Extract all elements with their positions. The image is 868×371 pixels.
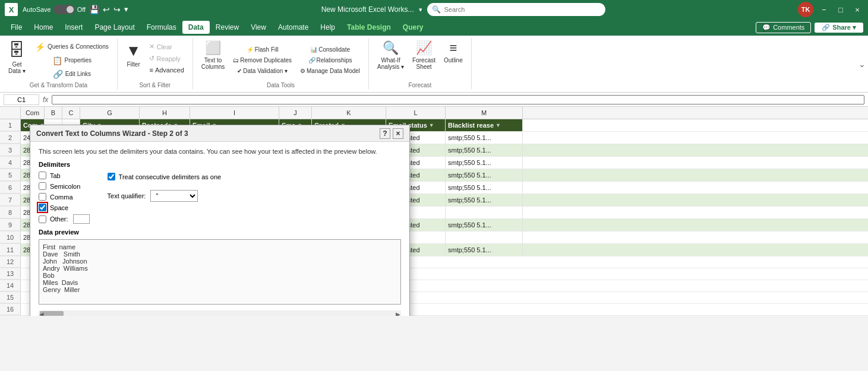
qualifier-select[interactable]: " ' {none} [150, 190, 198, 202]
cell-11-blacklist[interactable]: smtp;550 5.1... [446, 244, 523, 256]
delimiter-other-label: Other: [50, 215, 68, 223]
dialog-close-button[interactable]: × [393, 128, 403, 139]
cell-4-blacklist[interactable]: smtp;550 5.1... [446, 157, 523, 169]
menu-data[interactable]: Data [182, 21, 210, 34]
data-validation-button[interactable]: ✔ Data Validation ▾ [229, 66, 295, 75]
ribbon-group-get-data: 🗄 GetData ▾ ⚡ Queries & Connections 📋 Pr… [0, 38, 118, 90]
close-button[interactable]: × [851, 4, 863, 15]
delimiter-other-checkbox[interactable] [39, 215, 46, 223]
outline-button[interactable]: ≡ Outline [440, 38, 466, 83]
redo-icon[interactable]: ↪ [113, 5, 121, 14]
cell-10-blacklist[interactable] [446, 232, 523, 243]
delimiter-semicolon-label: Semicolon [50, 183, 80, 190]
expand-ribbon-icon: ⌄ [858, 59, 866, 69]
data-preview-area[interactable]: First name Dave Smith John Johnson Andry… [39, 239, 401, 305]
forecast-sheet-button[interactable]: 📈 ForecastSheet [409, 38, 439, 83]
reapply-button[interactable]: ↺ Reapply [146, 53, 187, 64]
delimiter-options: Treat consecutive delimiters as one Text… [108, 172, 222, 224]
data-preview-label: Data preview [39, 229, 401, 236]
delimiter-comma-row: Comma [39, 193, 90, 201]
menu-help[interactable]: Help [314, 21, 341, 34]
restore-button[interactable]: □ [835, 4, 847, 15]
delimiter-space-checkbox[interactable] [39, 204, 46, 211]
formula-input[interactable] [52, 95, 864, 104]
filter-button[interactable]: ▼ Filter [122, 39, 145, 84]
menu-home[interactable]: Home [28, 21, 59, 34]
manage-data-model-button[interactable]: ⚙ Manage Data Model [296, 66, 364, 75]
queries-connections-button[interactable]: ⚡ Queries & Connections [31, 41, 112, 53]
ribbon-group-sort-filter: ▼ Filter ✕ Clear ↺ Reapply ≡ Advanced So… [118, 38, 193, 90]
save-icon[interactable]: 💾 [89, 5, 99, 14]
cell-3-blacklist[interactable]: smtp;550 5.1... [446, 144, 523, 156]
cell-reference[interactable]: C1 [4, 94, 39, 105]
menu-formulas[interactable]: Formulas [141, 21, 182, 34]
row-num-11: 11 [0, 244, 21, 256]
autosave-area: AutoSave Off [23, 5, 86, 14]
advanced-icon: ≡ [149, 66, 153, 74]
row-num-2: 2 [0, 132, 21, 144]
delimiter-tab-checkbox[interactable] [39, 172, 46, 179]
advanced-button[interactable]: ≡ Advanced [146, 65, 187, 75]
manage-dm-icon: ⚙ [300, 68, 305, 74]
cell-9-blacklist[interactable]: smtp;550 5.1... [446, 219, 523, 231]
remove-duplicates-button[interactable]: 🗂 Remove Duplicates [229, 56, 295, 65]
clear-button[interactable]: ✕ Clear [146, 42, 187, 52]
cell-6-blacklist[interactable]: smtp;550 5.1... [446, 182, 523, 194]
properties-icon: 📋 [52, 56, 62, 65]
menu-table-design[interactable]: Table Design [341, 21, 397, 34]
autosave-toggle[interactable] [53, 5, 75, 14]
menu-insert[interactable]: Insert [59, 21, 89, 34]
edit-links-button[interactable]: 🔗 Edit Links [31, 68, 112, 80]
scroll-right-arrow[interactable]: ▶ [395, 310, 401, 316]
properties-button[interactable]: 📋 Properties [31, 55, 112, 66]
row-num-12: 12 [0, 256, 21, 268]
flash-fill-icon: ⚡ [247, 46, 254, 53]
cell-5-blacklist[interactable]: smtp;550 5.1... [446, 169, 523, 181]
undo-icon[interactable]: ↩ [103, 5, 110, 14]
preview-line-6: Miles Davis [43, 279, 397, 286]
menu-file[interactable]: File [5, 21, 28, 34]
delimiter-semicolon-checkbox[interactable] [39, 182, 46, 190]
row-num-13: 13 [0, 268, 21, 280]
delimiter-other-input[interactable] [73, 214, 90, 224]
outline-label: Outline [444, 57, 463, 64]
cell-1-blacklist[interactable]: Blacklist rease▼ [446, 119, 523, 131]
edit-links-label: Edit Links [65, 71, 91, 77]
dialog-help-button[interactable]: ? [380, 128, 390, 139]
cell-8-blacklist[interactable] [446, 207, 523, 218]
menu-page-layout[interactable]: Page Layout [89, 21, 140, 34]
relationships-button[interactable]: 🔗 Relationships [296, 56, 364, 65]
search-input[interactable] [444, 6, 601, 13]
data-val-label: Data Validation ▾ [243, 68, 288, 74]
row-num-16: 16 [0, 304, 21, 315]
minimize-button[interactable]: − [818, 4, 830, 15]
search-bar[interactable]: 🔍 [427, 3, 605, 16]
titlebar-center: New Microsoft Excel Works... ▾ 🔍 [128, 3, 798, 16]
preview-line-7: Genry Miller [43, 286, 397, 293]
comments-button[interactable]: 💬 Comments [756, 22, 811, 33]
menu-query[interactable]: Query [397, 21, 430, 34]
cell-2-blacklist[interactable]: smtp;550 5.1... [446, 132, 523, 144]
what-if-analysis-button[interactable]: 🔍 What-IfAnalysis ▾ [374, 38, 408, 83]
queries-icon: ⚡ [35, 42, 45, 52]
consolidate-button[interactable]: 📊 Consolidate [296, 45, 364, 54]
scroll-left-arrow[interactable]: ◀ [39, 310, 45, 316]
ribbon-expand[interactable]: ⌄ [858, 38, 866, 90]
delimiter-other-row: Other: [39, 214, 90, 224]
preview-scrollbar-h[interactable]: ◀ ▶ [39, 310, 401, 316]
treat-consecutive-checkbox[interactable] [108, 173, 115, 180]
edit-links-icon: 🔗 [53, 69, 63, 79]
menu-review[interactable]: Review [210, 21, 245, 34]
data-tools-tertiary: 📊 Consolidate 🔗 Relationships ⚙ Manage D… [296, 45, 364, 75]
menu-view[interactable]: View [245, 21, 272, 34]
customize-icon[interactable]: ▾ [124, 5, 128, 14]
text-to-columns-button[interactable]: ⬜ Text toColumns [198, 38, 228, 83]
cell-7-blacklist[interactable]: smtp;550 5.1... [446, 194, 523, 206]
flash-fill-button[interactable]: ⚡ Flash Fill [229, 45, 295, 54]
get-data-button[interactable]: 🗄 GetData ▾ [5, 38, 29, 83]
title-dropdown-icon[interactable]: ▾ [419, 6, 422, 14]
delimiter-comma-checkbox[interactable] [39, 193, 46, 201]
preview-line-2: Dave Smith [43, 250, 397, 258]
menu-automate[interactable]: Automate [272, 21, 314, 34]
share-button[interactable]: 🔗 Share ▾ [815, 23, 863, 33]
